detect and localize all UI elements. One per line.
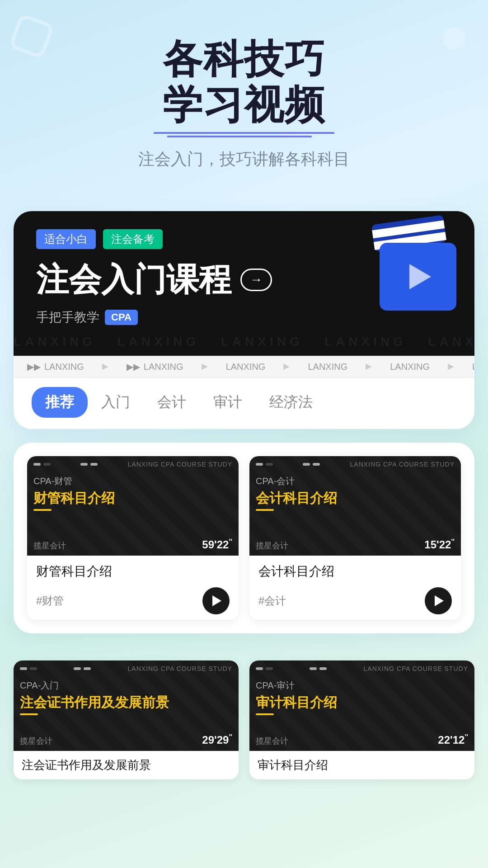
hero-section: 各科技巧 学习视频 注会入门，技巧讲解各科科目 bbox=[0, 0, 488, 211]
video-thumb-1: LANXING CPA COURSE STUDY CPA-会计 会计科目介绍 揽… bbox=[249, 456, 461, 556]
thumb-bottom: 揽星会计 29'29'' bbox=[14, 729, 239, 751]
thumb-video-title: 注会证书作用及发展前景 bbox=[14, 694, 239, 711]
thumb-category-0: CPA-财管 bbox=[27, 472, 239, 490]
thumb-content: LANXING CPA COURSE STUDY CPA-审计 审计科目介绍 揽… bbox=[249, 660, 474, 751]
banner-subtitle: 手把手教学 CPA bbox=[36, 309, 452, 326]
thumb-duration: 29'29'' bbox=[202, 733, 232, 746]
thumb-dot bbox=[266, 667, 273, 670]
hero-title-line1: 各科技巧 bbox=[163, 37, 325, 81]
spacer bbox=[0, 647, 488, 660]
thumb-category: CPA-审计 bbox=[249, 677, 474, 694]
ticker-item: LANXING bbox=[472, 361, 474, 372]
thumb-content: LANXING CPA COURSE STUDY CPA-会计 会计科目介绍 揽… bbox=[249, 456, 461, 556]
thumb-dot bbox=[84, 667, 91, 670]
thumb-video-title-0: 财管科目介绍 bbox=[27, 490, 239, 506]
thumb-category-1: CPA-会计 bbox=[249, 472, 461, 490]
tab-accounting[interactable]: 会计 bbox=[144, 387, 200, 418]
thumb-content: LANXING CPA COURSE STUDY CPA-入门 注会证书作用及发… bbox=[14, 660, 239, 751]
ticker-item: LANXING bbox=[308, 361, 347, 372]
thumb-top-bar: LANXING CPA COURSE STUDY bbox=[249, 660, 474, 677]
banner-arrow-button[interactable]: → bbox=[240, 269, 272, 291]
course-banner[interactable]: 适合小白 注会备考 注会入门课程 → 手把手教学 CPA LANXING LAN… bbox=[14, 211, 474, 356]
tab-beginner[interactable]: 入门 bbox=[88, 387, 144, 418]
thumb-video-title: 审计科目介绍 bbox=[249, 694, 474, 711]
bottom-card-title-1: 审计科目介绍 bbox=[258, 757, 466, 773]
thumb-brand: LANXING CPA COURSE STUDY bbox=[364, 665, 468, 672]
tab-economic-law[interactable]: 经济法 bbox=[256, 387, 326, 418]
thumb-dot bbox=[303, 463, 310, 466]
thumb-author: 揽星会计 bbox=[256, 736, 288, 746]
thumb-top-bar: LANXING CPA COURSE STUDY bbox=[14, 660, 239, 677]
cpa-badge: CPA bbox=[105, 310, 138, 325]
thumb-duration-1: 15'22'' bbox=[424, 538, 455, 551]
thumb-dot bbox=[313, 463, 320, 466]
play-icon-0 bbox=[212, 595, 221, 606]
video-cards-grid: LANXING CPA COURSE STUDY CPA-财管 财管科目介绍 揽… bbox=[27, 456, 461, 620]
thumb-dots-right bbox=[303, 463, 320, 466]
card-tag-0: #财管 bbox=[36, 594, 64, 608]
thumb-author: 揽星会计 bbox=[20, 736, 52, 746]
thumb-dot bbox=[30, 667, 37, 670]
thumb-author-0: 揽星会计 bbox=[33, 540, 66, 551]
hero-underline bbox=[154, 132, 334, 135]
tab-audit[interactable]: 审计 bbox=[200, 387, 256, 418]
ticker-arrow: ▶ bbox=[366, 361, 372, 372]
banner-subtitle-text: 手把手教学 bbox=[36, 309, 99, 326]
tag-beginner: 适合小白 bbox=[36, 229, 96, 249]
clapperboard-icon bbox=[366, 225, 456, 311]
video-card-0[interactable]: LANXING CPA COURSE STUDY CPA-财管 财管科目介绍 揽… bbox=[27, 456, 239, 620]
thumb-top-bar: LANXING CPA COURSE STUDY bbox=[249, 456, 461, 472]
tab-navigation: 推荐 入门 会计 审计 经济法 bbox=[14, 378, 474, 429]
thumb-bottom-0: 揽星会计 59'22'' bbox=[27, 533, 239, 556]
thumb-dot bbox=[266, 463, 273, 466]
thumb-dot bbox=[256, 463, 263, 466]
thumb-dot bbox=[310, 667, 317, 670]
thumb-dots bbox=[256, 667, 273, 670]
ticker-item: LANXING bbox=[226, 361, 266, 372]
thumb-top-bar: LANXING CPA COURSE STUDY bbox=[27, 456, 239, 472]
thumb-bottom: 揽星会计 22'12'' bbox=[249, 729, 474, 751]
thumb-title-underline bbox=[256, 509, 274, 511]
hero-subtitle: 注会入门，技巧讲解各科科目 bbox=[27, 148, 461, 170]
thumb-dot bbox=[20, 667, 27, 670]
thumb-duration: 22'12'' bbox=[438, 733, 468, 746]
thumb-dot bbox=[90, 463, 98, 466]
thumb-dots-right bbox=[80, 463, 98, 466]
card-info-0: 财管科目介绍 #财管 bbox=[27, 556, 239, 620]
card-title-1: 会计科目介绍 bbox=[258, 563, 452, 580]
thumb-dots-right bbox=[310, 667, 327, 670]
thumb-video-title-1: 会计科目介绍 bbox=[249, 490, 461, 506]
tab-recommend[interactable]: 推荐 bbox=[32, 387, 88, 418]
thumb-brand-0: LANXING CPA COURSE STUDY bbox=[128, 461, 232, 468]
main-card: 适合小白 注会备考 注会入门课程 → 手把手教学 CPA LANXING LAN… bbox=[14, 211, 474, 429]
hero-title-line2: 学习视频 bbox=[163, 82, 325, 127]
thumb-dots bbox=[20, 667, 37, 670]
thumb-brand-1: LANXING CPA COURSE STUDY bbox=[350, 461, 455, 468]
video-card-1[interactable]: LANXING CPA COURSE STUDY CPA-会计 会计科目介绍 揽… bbox=[249, 456, 461, 620]
thumb-dots bbox=[256, 463, 273, 466]
video-cards-container: LANXING CPA COURSE STUDY CPA-财管 财管科目介绍 揽… bbox=[14, 443, 474, 633]
ticker-arrow: ▶ bbox=[202, 361, 208, 372]
bottom-thumb-1: LANXING CPA COURSE STUDY CPA-审计 审计科目介绍 揽… bbox=[249, 660, 474, 751]
bottom-card-title-0: 注会证书作用及发展前景 bbox=[22, 757, 230, 773]
card-info-1: 会计科目介绍 #会计 bbox=[249, 556, 461, 620]
bottom-card-0[interactable]: LANXING CPA COURSE STUDY CPA-入门 注会证书作用及发… bbox=[14, 660, 239, 779]
ticker-item: ▶▶ LANXING bbox=[27, 361, 84, 372]
thumb-dots bbox=[33, 463, 51, 466]
thumb-title-underline bbox=[33, 509, 52, 511]
play-button-0[interactable] bbox=[202, 587, 230, 614]
banner-title-text: 注会入门课程 bbox=[36, 258, 231, 302]
bottom-card-1[interactable]: LANXING CPA COURSE STUDY CPA-审计 审计科目介绍 揽… bbox=[249, 660, 474, 779]
hero-title: 各科技巧 学习视频 bbox=[27, 36, 461, 127]
card-title-0: 财管科目介绍 bbox=[36, 563, 230, 580]
thumb-content: LANXING CPA COURSE STUDY CPA-财管 财管科目介绍 揽… bbox=[27, 456, 239, 556]
thumb-bottom-1: 揽星会计 15'22'' bbox=[249, 533, 461, 556]
thumb-author-1: 揽星会计 bbox=[256, 540, 288, 551]
bottom-card-info-0: 注会证书作用及发展前景 bbox=[14, 751, 239, 779]
play-icon-1 bbox=[435, 595, 444, 606]
play-button-1[interactable] bbox=[425, 587, 452, 614]
ticker-arrow: ▶ bbox=[102, 361, 108, 372]
thumb-dots-right bbox=[74, 667, 91, 670]
card-bottom-1: #会计 bbox=[258, 587, 452, 614]
thumb-dot bbox=[43, 463, 51, 466]
